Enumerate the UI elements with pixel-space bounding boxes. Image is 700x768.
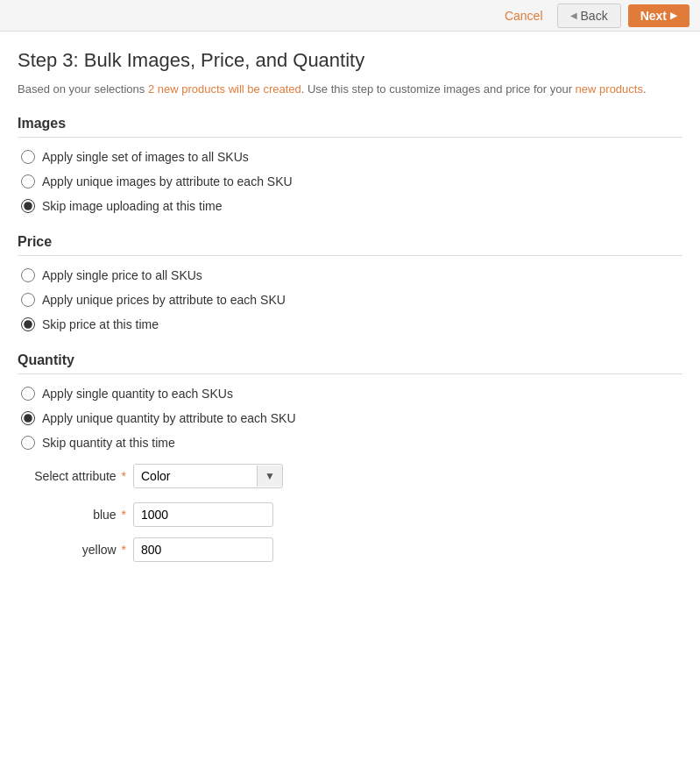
yellow-label-text: yellow <box>82 543 117 557</box>
quantity-skip-radio[interactable] <box>21 436 35 450</box>
list-item[interactable]: Apply unique prices by attribute to each… <box>21 293 682 307</box>
images-skip-radio[interactable] <box>21 199 35 213</box>
back-button[interactable]: Back <box>557 4 621 28</box>
required-star: * <box>118 469 126 483</box>
images-skip-label: Skip image uploading at this time <box>42 199 222 213</box>
yellow-input-row: yellow * <box>21 537 682 562</box>
list-item[interactable]: Apply single set of images to all SKUs <box>21 150 682 164</box>
list-item[interactable]: Apply unique images by attribute to each… <box>21 174 682 188</box>
list-item[interactable]: Apply single price to all SKUs <box>21 268 682 282</box>
select-attribute-row: Select attribute * Color Size Weight ▼ <box>21 464 682 488</box>
price-unique-label: Apply unique prices by attribute to each… <box>42 293 286 307</box>
images-radio-group: Apply single set of images to all SKUs A… <box>18 150 682 213</box>
cancel-button[interactable]: Cancel <box>498 5 550 26</box>
required-star-blue: * <box>118 508 126 522</box>
images-section: Images Apply single set of images to all… <box>18 116 682 213</box>
list-item[interactable]: Skip image uploading at this time <box>21 199 682 213</box>
quantity-unique-label: Apply unique quantity by attribute to ea… <box>42 411 296 425</box>
images-section-title: Images <box>18 116 682 138</box>
yellow-label: yellow * <box>21 543 126 557</box>
page-title: Step 3: Bulk Images, Price, and Quantity <box>18 49 682 72</box>
list-item[interactable]: Skip quantity at this time <box>21 436 682 450</box>
blue-label: blue * <box>21 508 126 522</box>
quantity-skip-label: Skip quantity at this time <box>42 436 175 450</box>
chevron-down-icon: ▼ <box>257 466 282 487</box>
quantity-single-label: Apply single quantity to each SKUs <box>42 387 233 401</box>
price-single-radio[interactable] <box>21 268 35 282</box>
header-bar: Cancel Back Next <box>0 0 700 32</box>
quantity-radio-group: Apply single quantity to each SKUs Apply… <box>18 387 682 450</box>
price-unique-radio[interactable] <box>21 293 35 307</box>
required-star-yellow: * <box>118 543 126 557</box>
images-unique-radio[interactable] <box>21 174 35 188</box>
price-skip-radio[interactable] <box>21 317 35 331</box>
price-single-label: Apply single price to all SKUs <box>42 268 202 282</box>
quantity-section-title: Quantity <box>18 352 682 374</box>
price-radio-group: Apply single price to all SKUs Apply uni… <box>18 268 682 331</box>
main-content: Step 3: Bulk Images, Price, and Quantity… <box>0 32 700 609</box>
color-select[interactable]: Color Size Weight <box>134 465 257 487</box>
blue-input-row: blue * <box>21 502 682 527</box>
images-single-radio[interactable] <box>21 150 35 164</box>
blue-input[interactable] <box>133 502 273 527</box>
list-item[interactable]: Skip price at this time <box>21 317 682 331</box>
page-description: Based on your selections 2 new products … <box>18 81 682 98</box>
images-single-label: Apply single set of images to all SKUs <box>42 150 249 164</box>
quantity-extra: Select attribute * Color Size Weight ▼ b… <box>18 464 682 562</box>
select-attribute-dropdown[interactable]: Color Size Weight ▼ <box>133 464 283 488</box>
list-item[interactable]: Apply single quantity to each SKUs <box>21 387 682 401</box>
images-unique-label: Apply unique images by attribute to each… <box>42 174 293 188</box>
select-attribute-label: Select attribute * <box>21 469 126 483</box>
price-skip-label: Skip price at this time <box>42 317 159 331</box>
highlight-new-products: new products <box>576 82 643 96</box>
select-attribute-text: Select attribute <box>34 469 116 483</box>
list-item[interactable]: Apply unique quantity by attribute to ea… <box>21 411 682 425</box>
quantity-section: Quantity Apply single quantity to each S… <box>18 352 682 562</box>
next-button[interactable]: Next <box>628 4 689 27</box>
blue-label-text: blue <box>93 508 116 522</box>
quantity-single-radio[interactable] <box>21 387 35 401</box>
quantity-unique-radio[interactable] <box>21 411 35 425</box>
highlight-count: 2 new products will be created <box>148 82 301 96</box>
price-section-title: Price <box>18 234 682 256</box>
yellow-input[interactable] <box>133 537 273 562</box>
price-section: Price Apply single price to all SKUs App… <box>18 234 682 331</box>
